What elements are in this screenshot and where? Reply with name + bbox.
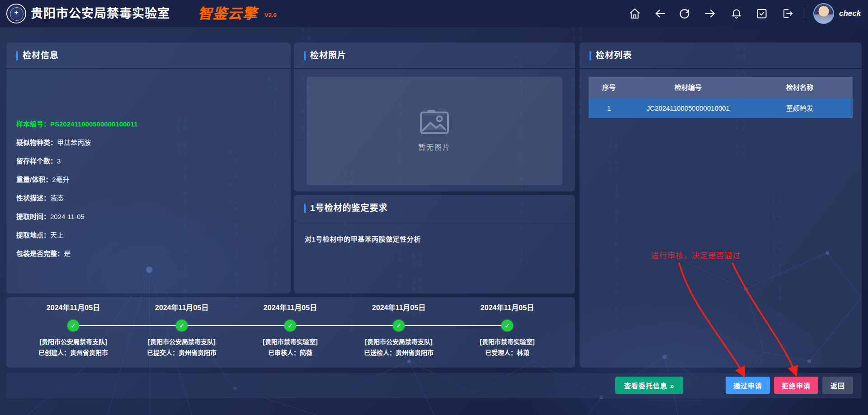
- image-placeholder-icon: [420, 110, 449, 135]
- field-label: 包装是否完整：: [16, 250, 64, 257]
- timeline-date: 2024年11月05日: [236, 302, 344, 312]
- username-label: check: [839, 0, 861, 27]
- timeline-person: 已创建人：贵州省贵阳市: [10, 348, 137, 357]
- home-icon[interactable]: [628, 7, 641, 20]
- sample-list-panel: 检材列表 序号 检材编号 检材名称 1 JC202411000500000100…: [580, 42, 862, 368]
- approve-application-button[interactable]: 通过申请: [726, 377, 770, 394]
- field-retained-count: 留存样个数：3: [16, 152, 282, 170]
- requirement-text: 对1号检材中的甲基苯丙胺做定性分析: [305, 234, 566, 243]
- title-accent-bar: [590, 51, 591, 61]
- field-value: 2024-11-05: [50, 213, 85, 220]
- timeline-entry-created: 2024年11月05日 ✓ [贵阳市公安局禁毒支队] 已创建人：贵州省贵阳市: [19, 297, 127, 368]
- sample-info-title: 检材信息: [23, 42, 59, 69]
- requirement-title: 1号检材的鉴定要求: [310, 195, 388, 221]
- table-header-row: 序号 检材编号 检材名称: [589, 77, 853, 98]
- timeline-person: 已送检人：贵州省贵阳市: [335, 348, 462, 357]
- field-extract-time: 提取时间：2024-11-05: [16, 207, 282, 226]
- requirement-title-row: 1号检材的鉴定要求: [294, 195, 575, 221]
- cell-name: 童颜鹤发: [747, 98, 853, 118]
- photo-placeholder-box: 暂无图片: [307, 77, 562, 185]
- sample-info-title-row: 检材信息: [6, 42, 291, 69]
- todo-check-icon[interactable]: [755, 7, 768, 20]
- main-background: 10 01 10 01 10 01 10 01 10 01 10 01 10 0…: [0, 0, 868, 415]
- police-badge-logo: [6, 4, 26, 23]
- field-label: 重量/体积：: [16, 176, 52, 183]
- sample-list-title: 检材列表: [596, 42, 632, 69]
- process-timeline-panel: 2024年11月05日 ✓ [贵阳市公安局禁毒支队] 已创建人：贵州省贵阳市 2…: [6, 297, 575, 368]
- field-appearance: 性状描述：液态: [16, 189, 282, 207]
- app-title: 贵阳市公安局禁毒实验室: [31, 0, 170, 27]
- appraisal-requirement-panel: 1号检材的鉴定要求 对1号检材中的甲基苯丙胺做定性分析: [294, 195, 575, 294]
- cell-no: 1: [589, 98, 629, 118]
- sample-photo-panel: 检材照片 暂无图片: [294, 42, 575, 191]
- refresh-icon[interactable]: [678, 7, 691, 20]
- view-commission-button[interactable]: 查看委托信息»: [615, 377, 683, 394]
- field-suspected-type: 疑似物种类：甲基苯丙胺: [16, 133, 282, 152]
- field-value: 甲基苯丙胺: [57, 139, 91, 146]
- sample-info-panel: 检材信息 样本编号：PS202411000500000100011 疑似物种类：…: [6, 42, 291, 294]
- field-value: 液态: [50, 194, 64, 202]
- field-label: 疑似物种类：: [16, 139, 57, 146]
- reject-application-button[interactable]: 拒绝申请: [774, 377, 818, 394]
- title-accent-bar: [16, 51, 18, 61]
- timeline-date: 2024年11月05日: [344, 302, 453, 312]
- field-label: 提取地点：: [16, 231, 50, 239]
- field-label: 留存样个数：: [16, 157, 57, 165]
- brand-version: V2.0: [264, 12, 277, 19]
- user-avatar[interactable]: [813, 3, 834, 24]
- notification-bell-icon[interactable]: [730, 7, 743, 20]
- timeline-date: 2024年11月05日: [19, 302, 127, 312]
- sample-photo-title: 检材照片: [310, 42, 346, 69]
- timeline-person: 已受理人：林萧: [444, 348, 571, 357]
- brand-logo-text: 智鉴云擎: [198, 0, 258, 27]
- field-label: 样本编号：: [16, 120, 50, 128]
- sample-info-fields: 样本编号：PS202411000500000100011 疑似物种类：甲基苯丙胺…: [16, 115, 282, 263]
- field-value: 天上: [50, 231, 64, 239]
- field-weight-volume: 重量/体积：2毫升: [16, 170, 282, 189]
- top-header-bar: 贵阳市公安局禁毒实验室 智鉴云擎 V2.0: [0, 0, 868, 27]
- title-accent-bar: [304, 204, 306, 213]
- timeline-org: [贵阳市公安局禁毒支队]: [10, 337, 137, 346]
- column-header-name: 检材名称: [747, 77, 853, 98]
- timeline-entry-reviewed: 2024年11月05日 ✓ [贵阳市禁毒实验室] 已审核人：简薇: [236, 297, 344, 368]
- field-value: PS202411000500000100011: [50, 120, 138, 128]
- sample-table: 序号 检材编号 检材名称 1 JC20241100050000010001 童颜…: [589, 77, 853, 118]
- timeline-entry-accepted: 2024年11月05日 ✓ [贵阳市禁毒实验室] 已受理人：林萧: [453, 297, 561, 368]
- field-extract-place: 提取地点：天上: [16, 226, 282, 244]
- forward-arrow-icon[interactable]: [704, 7, 717, 20]
- title-accent-bar: [304, 51, 306, 61]
- timeline-entry-sent: 2024年11月05日 ✓ [贵阳市公安局禁毒支队] 已送检人：贵州省贵阳市: [344, 297, 453, 368]
- field-value: 2毫升: [52, 176, 69, 183]
- field-sample-number: 样本编号：PS202411000500000100011: [16, 115, 282, 133]
- table-row[interactable]: 1 JC20241100050000010001 童颜鹤发: [589, 98, 853, 118]
- field-label: 性状描述：: [16, 194, 50, 202]
- field-value: 3: [57, 157, 61, 165]
- column-header-no: 序号: [589, 77, 629, 98]
- double-angle-icon: »: [670, 382, 674, 390]
- field-value: 是: [64, 250, 71, 257]
- timeline-person: 已提交人：贵州省贵阳市: [118, 348, 245, 357]
- logout-icon[interactable]: [781, 7, 794, 20]
- sample-list-title-row: 检材列表: [580, 42, 862, 69]
- timeline-org: [贵阳市公安局禁毒支队]: [335, 337, 462, 346]
- timeline-org: [贵阳市禁毒实验室]: [227, 337, 354, 346]
- field-label: 提取时间：: [16, 213, 50, 220]
- field-package-intact: 包装是否完整：是: [16, 244, 282, 263]
- cell-code: JC20241100050000010001: [629, 98, 747, 118]
- check-circle-icon: ✓: [284, 320, 296, 331]
- back-button[interactable]: 返回: [822, 377, 853, 394]
- timeline-entry-submitted: 2024年11月05日 ✓ [贵阳市公安局禁毒支队] 已提交人：贵州省贵阳市: [127, 297, 236, 368]
- timeline-date: 2024年11月05日: [127, 302, 236, 312]
- view-commission-label: 查看委托信息: [624, 382, 667, 390]
- back-arrow-icon[interactable]: [654, 7, 666, 20]
- review-annotation-text: 进行审核，决定是否通过: [651, 249, 760, 261]
- column-header-code: 检材编号: [629, 77, 747, 98]
- timeline-person: 已审核人：简薇: [227, 348, 354, 357]
- timeline-date: 2024年11月05日: [453, 302, 561, 312]
- timeline-org: [贵阳市禁毒实验室]: [444, 337, 571, 346]
- sample-photo-title-row: 检材照片: [294, 42, 575, 69]
- check-circle-icon: ✓: [67, 320, 79, 331]
- no-image-text: 暂无图片: [418, 141, 451, 152]
- check-circle-icon: ✓: [393, 320, 405, 331]
- check-circle-icon: ✓: [501, 320, 513, 331]
